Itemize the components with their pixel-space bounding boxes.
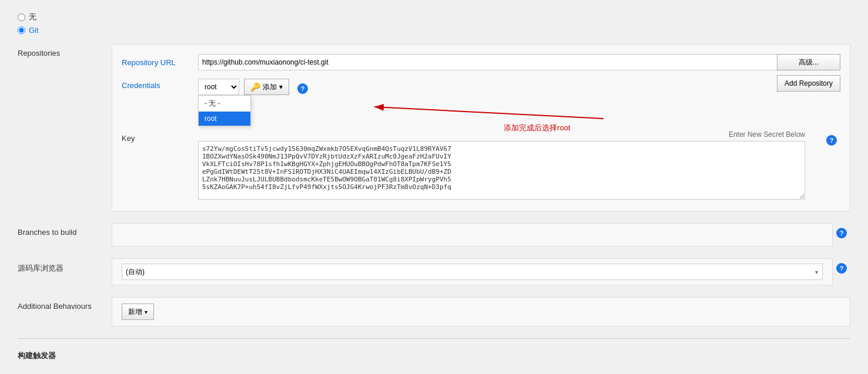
add-credentials-button[interactable]: 🔑 添加 ▾ [244,79,289,95]
source-browser-select-wrapper: (自动) ▾ [122,264,823,280]
branches-help-icon[interactable]: ? [836,228,847,238]
additional-behaviours-content: 新增 ▾ [112,297,850,326]
new-button-arrow-icon: ▾ [145,309,148,315]
radio-git-option[interactable]: Git [18,26,850,35]
repo-url-label: Repository URL [122,58,198,67]
credentials-dropdown-menu: - 无 - root [198,95,251,126]
radio-git-input[interactable] [18,26,25,34]
key-content: Enter New Secret Below s72Yw/mgCos5tiTv5… [198,130,823,201]
source-browser-label: 源码库浏览器 [18,258,112,274]
add-button-label: 添加 [263,82,277,92]
repositories-label: Repositories [18,44,112,58]
key-hint: Enter New Secret Below [198,130,805,139]
branches-content [112,223,833,247]
bottom-section-label: 构建触发器 [18,351,850,361]
key-textarea[interactable]: s72Yw/mgCos5tiTv5jcwdy1S630mqZWxmkb7OSEX… [198,141,805,200]
repo-actions: 高级... Add Repository [777,54,840,92]
dropdown-item-none[interactable]: - 无 - [199,96,250,112]
branches-label: Branches to build [18,223,112,237]
repo-url-row: Repository URL ? [122,54,840,70]
radio-section: 无 Git [18,12,850,35]
credentials-row: Credentials root - 无 - root 🔑 添加 ▾ [122,79,840,95]
key-icon: 🔑 [250,82,260,92]
add-repository-button[interactable]: Add Repository [777,75,840,92]
bottom-divider: 构建触发器 [18,338,850,361]
additional-behaviours-section: Additional Behaviours 新增 ▾ [18,297,850,326]
dropdown-item-root[interactable]: root [199,112,250,126]
add-dropdown-arrow: ▾ [279,83,283,91]
repositories-section: Repositories Repository URL ? Credential… [18,44,850,211]
svg-line-1 [374,107,604,119]
radio-git-label: Git [29,26,39,35]
page-container: 无 Git Repositories Repository URL ? Cred… [0,0,868,374]
radio-none-label: 无 [29,12,36,22]
radio-none-input[interactable] [18,14,25,21]
credentials-help-icon[interactable]: ? [297,83,308,94]
credentials-label: Credentials [122,79,198,90]
repo-url-input[interactable] [198,54,818,70]
source-browser-content: (自动) ▾ [112,258,833,285]
repositories-content: Repository URL ? Credentials root - 无 - … [112,44,850,211]
new-button-label: 新增 [128,307,142,317]
key-section: Key Enter New Secret Below s72Yw/mgCos5t… [122,130,840,201]
source-browser-section: 源码库浏览器 (自动) ▾ ? [18,258,850,285]
key-label: Key [122,130,198,143]
additional-behaviours-label: Additional Behaviours [18,297,112,311]
new-behaviour-button[interactable]: 新增 ▾ [122,304,154,320]
credentials-select[interactable]: root [198,79,239,95]
source-browser-help-icon[interactable]: ? [836,263,847,274]
key-help-icon[interactable]: ? [826,135,837,146]
advanced-button[interactable]: 高级... [777,54,840,70]
source-browser-select[interactable]: (自动) [122,264,823,280]
branches-section: Branches to build ? [18,223,850,247]
radio-none-option[interactable]: 无 [18,12,850,22]
credentials-controls: root - 无 - root 🔑 添加 ▾ [198,79,289,95]
